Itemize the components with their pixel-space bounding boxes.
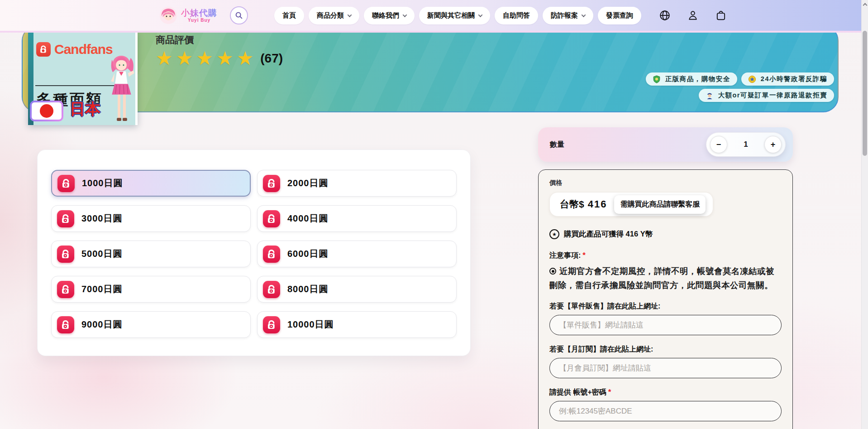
reward-row: ★ 購買此產品可獲得 416 Y幣 <box>549 229 782 239</box>
badge-genuine: 正版商品，購物安全 <box>646 72 737 86</box>
lock-icon <box>57 316 74 333</box>
account-icon[interactable] <box>687 10 699 21</box>
header-action-icons <box>659 10 727 21</box>
star-icon: ★ <box>176 49 193 68</box>
denomination-grid: 1000日圓 2000日圓 3000日圓 4000日圓 5000日圓 6000日… <box>51 170 457 338</box>
site-logo[interactable]: 小妹代購 Yuyi Buy <box>159 6 217 24</box>
quantity-value: 1 <box>744 140 748 149</box>
nav-item-faq[interactable]: 自助問答 <box>495 7 538 24</box>
price-amount: 416 <box>588 198 607 210</box>
product-rating: 商品評價 ★ ★ ★ ★ ★ (67) <box>156 34 283 68</box>
required-asterisk: * <box>608 388 611 396</box>
product-banner: Candfans 多種面額 日本 <box>28 32 138 125</box>
account-password-field-group: 請提供 帳號+密碼* <box>549 388 782 421</box>
star-icon: ★ <box>237 49 254 68</box>
japan-flag <box>30 101 63 121</box>
reward-text: 購買此產品可獲得 416 Y幣 <box>564 229 653 239</box>
anime-girl-illustration <box>105 53 138 124</box>
radio-bullet-icon <box>549 268 556 275</box>
single-sale-field-group: 若要【單件販售】請在此貼上網址: <box>549 302 782 335</box>
price-display: 台幣$ 416 需購買此商品請聯繫客服 <box>549 192 713 217</box>
star-icon: ★ <box>156 49 173 68</box>
denomination-option-1000[interactable]: 1000日圓 <box>51 170 251 197</box>
banner-country: 日本 <box>70 99 100 120</box>
lock-icon <box>263 175 280 192</box>
monthly-subscription-url-label: 若要【月訂閱】請在此貼上網址: <box>549 345 782 354</box>
police-officer-icon <box>706 92 714 100</box>
single-sale-url-input[interactable] <box>549 315 782 335</box>
notice-heading: 注意事項:* <box>549 251 782 260</box>
quantity-label: 數量 <box>550 140 564 149</box>
price-currency: 台幣$ <box>560 198 584 211</box>
badge-refund-policy: 大額or可疑訂單一律原路退款拒賣 <box>699 89 835 102</box>
circled-star-icon: ★ <box>549 229 559 239</box>
top-navbar: 小妹代購 Yuyi Buy 首頁 商品分類 聯絡我們 新聞與其它相關 自助問答 … <box>0 0 868 33</box>
cart-icon[interactable] <box>715 10 727 21</box>
lock-icon <box>263 281 280 298</box>
badge-anti-fraud: 24小時警政署反詐騙 <box>741 72 834 86</box>
candfans-lock-icon <box>36 42 51 57</box>
denomination-option-4000[interactable]: 4000日圓 <box>257 205 457 232</box>
chevron-down-icon <box>403 13 407 17</box>
shield-icon <box>653 75 661 83</box>
site-title: 小妹代購 <box>181 9 217 17</box>
lock-icon <box>263 246 280 263</box>
account-password-label: 請提供 帳號+密碼* <box>549 388 782 397</box>
search-icon <box>234 10 244 20</box>
site-subtitle: Yuyi Buy <box>188 18 210 23</box>
nav-item-news[interactable]: 新聞與其它相關 <box>419 7 490 24</box>
lock-icon <box>57 246 74 263</box>
required-asterisk: * <box>582 251 586 260</box>
japan-flag-circle <box>40 104 53 118</box>
purchase-panel: 價格 台幣$ 416 需購買此商品請聯繫客服 ★ 購買此產品可獲得 416 Y幣… <box>538 169 793 429</box>
denomination-option-8000[interactable]: 8000日圓 <box>257 276 457 303</box>
monthly-subscription-field-group: 若要【月訂閱】請在此貼上網址: <box>549 345 782 378</box>
police-badge-icon <box>748 75 756 83</box>
search-button[interactable] <box>230 6 248 24</box>
lock-icon <box>263 210 280 227</box>
nav-item-invoice-lookup[interactable]: 發票查詢 <box>598 7 641 24</box>
denomination-option-9000[interactable]: 9000日圓 <box>51 311 251 338</box>
lock-icon <box>263 316 280 333</box>
lock-icon <box>57 281 74 298</box>
main-nav: 首頁 商品分類 聯絡我們 新聞與其它相關 自助問答 防詐報案 發票查詢 <box>274 7 641 24</box>
chevron-down-icon <box>348 13 352 17</box>
quantity-increase-button[interactable]: + <box>764 136 782 153</box>
notice-text: 近期官方會不定期風控，詳情不明，帳號會莫名凍結或被刪除，需自行承擔風險並詢問官方… <box>549 264 782 292</box>
contact-support-button[interactable]: 需購買此商品請聯繫客服 <box>614 195 706 214</box>
denomination-option-2000[interactable]: 2000日圓 <box>257 170 457 197</box>
lock-icon <box>57 210 74 227</box>
nav-item-fraud-report[interactable]: 防詐報案 <box>543 7 593 24</box>
nav-item-home[interactable]: 首頁 <box>274 7 304 24</box>
chevron-down-icon <box>582 13 586 17</box>
star-icon: ★ <box>216 49 234 68</box>
logo-avatar-icon <box>159 6 177 24</box>
star-icon: ★ <box>196 49 213 68</box>
rating-count: (67) <box>260 51 283 66</box>
rating-title: 商品評價 <box>156 34 283 46</box>
scroll-up-arrow-icon[interactable] <box>863 3 868 8</box>
single-sale-url-label: 若要【單件販售】請在此貼上網址: <box>549 302 782 311</box>
scrollbar-thumb[interactable] <box>863 31 867 156</box>
vertical-scrollbar[interactable] <box>861 0 868 429</box>
price-label: 價格 <box>549 179 782 187</box>
nav-item-contact[interactable]: 聯絡我們 <box>364 7 415 24</box>
monthly-subscription-url-input[interactable] <box>549 358 782 378</box>
lock-icon <box>57 175 75 192</box>
denomination-option-5000[interactable]: 5000日圓 <box>51 241 251 267</box>
nav-item-categories[interactable]: 商品分類 <box>309 7 359 24</box>
globe-icon[interactable] <box>659 10 671 21</box>
denomination-option-7000[interactable]: 7000日圓 <box>51 276 251 303</box>
trust-badges: 正版商品，購物安全 24小時警政署反詐騙 大額or可疑訂單一律原路退款拒賣 <box>646 72 834 102</box>
account-password-input[interactable] <box>549 401 782 421</box>
denomination-option-10000[interactable]: 10000日圓 <box>257 311 457 338</box>
quantity-decrease-button[interactable]: − <box>710 136 727 153</box>
denomination-option-6000[interactable]: 6000日圓 <box>257 241 457 267</box>
denomination-card: 1000日圓 2000日圓 3000日圓 4000日圓 5000日圓 6000日… <box>37 149 471 356</box>
denomination-option-3000[interactable]: 3000日圓 <box>51 205 251 232</box>
chevron-down-icon <box>478 13 483 17</box>
banner-brand: Candfans <box>54 42 113 57</box>
quantity-card: 數量 − 1 + <box>538 127 793 162</box>
quantity-stepper: − 1 + <box>706 132 786 157</box>
